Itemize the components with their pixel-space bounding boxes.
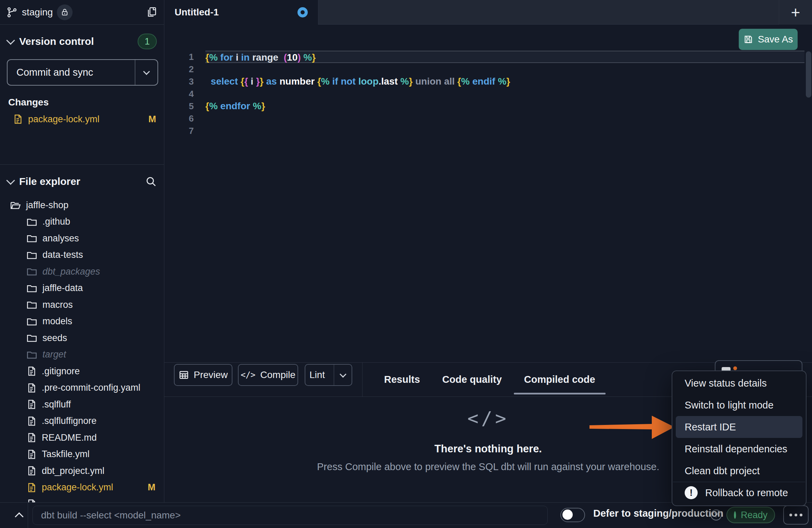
code-line-6[interactable]: 6: [164, 112, 812, 125]
change-file-name: package-lock.yml: [28, 114, 100, 125]
folder-icon: [26, 282, 38, 294]
menu-item-restart-ide[interactable]: Restart IDE: [676, 416, 802, 438]
tree-item-.gitignore[interactable]: .gitignore: [0, 363, 164, 380]
code-line-4[interactable]: 4: [164, 88, 812, 100]
lint-dropdown[interactable]: [334, 365, 352, 385]
file-explorer-header[interactable]: File explorer: [0, 169, 164, 193]
modified-flag: M: [149, 114, 156, 125]
tree-item-.sqlfluffignore[interactable]: .sqlfluffignore: [0, 413, 164, 430]
search-icon[interactable]: [145, 176, 157, 187]
chevron-up-icon: [15, 512, 23, 521]
menu-item-rollback-to-remote[interactable]: !Rollback to remote: [676, 482, 802, 503]
tree-item-jaffle-data[interactable]: jaffle-data: [0, 280, 164, 297]
defer-toggle[interactable]: [560, 508, 585, 522]
code-text: {% endfor %}: [205, 100, 812, 112]
preview-label: Preview: [194, 369, 228, 380]
file-icon: [26, 382, 37, 393]
code-line-5[interactable]: 5{% endfor %}: [164, 100, 812, 112]
more-options-button[interactable]: [783, 505, 809, 525]
code-line-2[interactable]: 2: [164, 63, 812, 75]
tree-item-data-tests[interactable]: data-tests: [0, 247, 164, 264]
tree-item-.sqlfluff[interactable]: .sqlfluff: [0, 396, 164, 413]
line-number: 6: [164, 112, 194, 125]
tree-item-models[interactable]: models: [0, 313, 164, 330]
alert-icon: !: [685, 486, 698, 499]
menu-item-clean-dbt-project[interactable]: Clean dbt project: [676, 460, 802, 482]
git-branch-icon: [6, 7, 18, 18]
status-ring-icon: [734, 511, 736, 519]
tree-item-Taskfile.yml[interactable]: Taskfile.yml: [0, 446, 164, 463]
folder-icon: [26, 266, 38, 277]
tree-item-seeds[interactable]: seeds: [0, 330, 164, 347]
compile-button[interactable]: </> Compile: [238, 364, 298, 386]
branch-selector[interactable]: staging: [6, 4, 73, 20]
menu-item-reinstall-dependencies[interactable]: Reinstall dependencies: [676, 438, 802, 460]
tree-item[interactable]: [0, 496, 164, 502]
code-line-1[interactable]: 1{% for i in range (10) %}: [164, 51, 812, 63]
file-icon: [26, 399, 37, 410]
file-icon: [26, 482, 37, 493]
tree-item-analyses[interactable]: analyses: [0, 230, 164, 247]
expand-command-bar-button[interactable]: [10, 502, 28, 528]
unsaved-indicator-dot: [297, 7, 308, 17]
tree-item-macros[interactable]: macros: [0, 297, 164, 313]
file-icon: [26, 416, 37, 427]
line-number: 5: [164, 100, 194, 112]
command-placeholder: dbt build --select <model_name>: [41, 510, 181, 521]
new-tab-button[interactable]: +: [779, 0, 812, 25]
tab-untitled-1[interactable]: Untitled-1: [164, 0, 318, 25]
code-text: [205, 125, 812, 137]
tree-item-README.md[interactable]: README.md: [0, 429, 164, 446]
tree-item-dbt_packages[interactable]: dbt_packages: [0, 263, 164, 280]
menu-item-switch-to-light-mode[interactable]: Switch to light mode: [676, 394, 802, 416]
lint-button[interactable]: Lint: [305, 364, 352, 386]
change-item[interactable]: package-lock.yml M: [0, 111, 164, 127]
tree-item-.pre-commit-config.yaml[interactable]: .pre-commit-config.yaml: [0, 380, 164, 397]
code-editor[interactable]: 1{% for i in range (10) %}23 select {{ i…: [164, 51, 812, 362]
tree-item-target[interactable]: target: [0, 347, 164, 363]
code-line-7[interactable]: 7: [164, 125, 812, 137]
file-icon: [12, 114, 23, 125]
command-input[interactable]: dbt build --select <model_name>: [33, 506, 548, 525]
code-text: {% for i in range (10) %}: [205, 51, 804, 63]
panel-tab-code-quality[interactable]: Code quality: [442, 362, 502, 397]
menu-item-view-status-details[interactable]: View status details: [676, 372, 802, 394]
commit-options-dropdown[interactable]: [135, 60, 157, 85]
folder-icon: [26, 232, 38, 244]
branch-lock-badge[interactable]: [57, 4, 73, 20]
tree-item-label: jaffle-shop: [26, 200, 68, 211]
file-icon: [26, 465, 37, 476]
defer-label: Defer to staging/production: [593, 508, 723, 519]
panel-tabs: ResultsCode qualityCompiled code: [384, 362, 595, 397]
tree-item-jaffle-shop[interactable]: jaffle-shop: [0, 197, 164, 214]
help-icon[interactable]: ?: [711, 510, 722, 520]
tree-item-label: dbt_packages: [42, 266, 100, 277]
tree-item-label: .gitignore: [42, 366, 80, 377]
folder-icon: [26, 332, 38, 344]
branch-name: staging: [22, 7, 53, 18]
line-number: 3: [164, 75, 194, 88]
tree-item-label: target: [42, 349, 66, 360]
save-as-button[interactable]: Save As: [739, 29, 798, 50]
code-line-3[interactable]: 3 select {{ i }} as number {% if not loo…: [164, 75, 812, 88]
tree-item-package-lock.yml[interactable]: package-lock.ymlM: [0, 479, 164, 496]
version-control-title: Version control: [19, 36, 94, 47]
tree-item-.github[interactable]: .github: [0, 214, 164, 230]
lock-icon: [61, 8, 69, 16]
commit-and-sync-button[interactable]: Commit and sync: [7, 59, 158, 86]
code-text: [205, 112, 812, 125]
code-text: [205, 88, 812, 100]
tree-item-dbt_project.yml[interactable]: dbt_project.yml: [0, 463, 164, 479]
panel-tab-compiled-code[interactable]: Compiled code: [524, 362, 595, 397]
chevron-down-icon: [6, 176, 15, 185]
branch-bar: staging: [0, 0, 164, 25]
folder-icon: [26, 216, 38, 228]
copy-icon[interactable]: [146, 6, 158, 18]
panel-tab-results[interactable]: Results: [384, 362, 420, 397]
tree-item-label: .pre-commit-config.yaml: [42, 382, 140, 393]
version-control-header[interactable]: Version control 1: [0, 29, 164, 53]
folder-icon: [26, 299, 38, 311]
preview-button[interactable]: Preview: [174, 364, 232, 386]
tree-item-label: models: [42, 316, 72, 327]
modified-flag: M: [148, 482, 156, 493]
